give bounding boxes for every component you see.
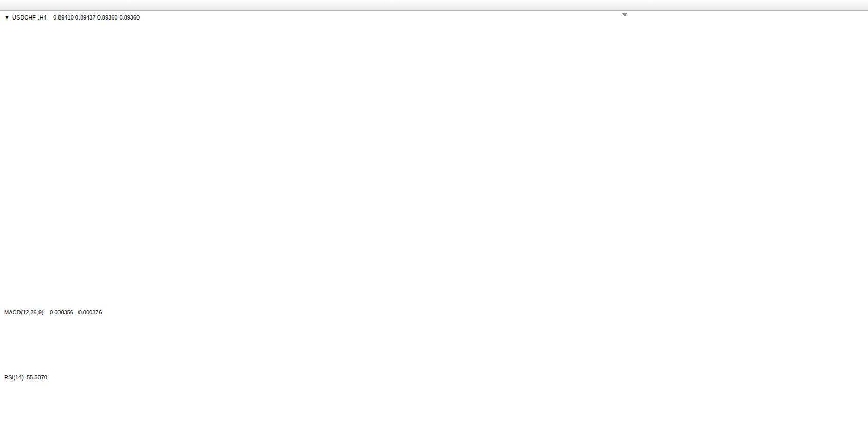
main-toolbar [0,0,868,11]
mt4-window: ▼ USDCHF-,H4 0.89410 0.89437 0.89360 0.8… [0,0,868,437]
chart-frame [622,13,628,17]
chart-title-ohlc: 0.89410 0.89437 0.89360 0.89360 [53,14,140,21]
one-click-collapse-icon[interactable]: ▼ [4,14,10,21]
macd-value-signal: -0.000376 [76,309,102,315]
macd-indicator-label: MACD(12,26,9) [4,309,43,315]
chart-area[interactable]: ▼ USDCHF-,H4 0.89410 0.89437 0.89360 0.8… [0,0,868,437]
rsi-indicator-label: RSI(14) [4,374,24,381]
chart-title-symbol: USDCHF-,H4 [12,14,47,21]
chart-shift-marker[interactable] [622,13,628,17]
macd-value-main: 0.000356 [50,309,73,315]
rsi-value: 55.5070 [27,374,47,381]
